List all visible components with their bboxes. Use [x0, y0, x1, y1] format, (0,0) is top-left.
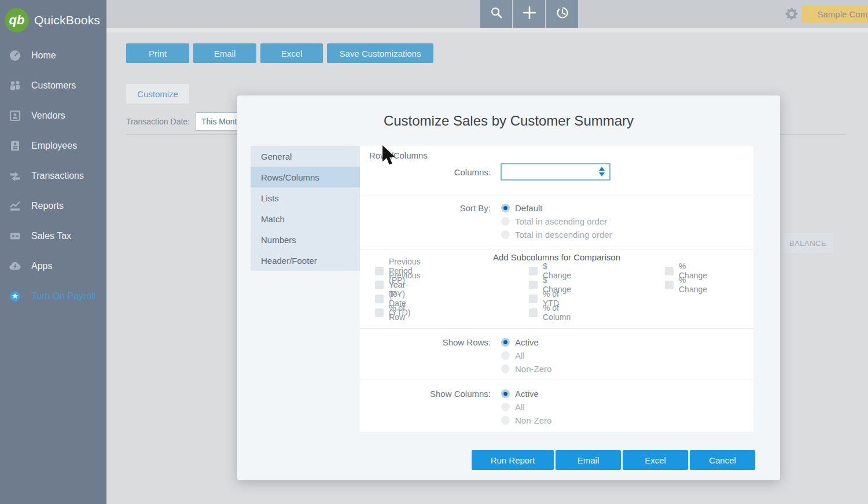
radio-label: All — [515, 402, 525, 412]
search-button[interactable] — [480, 0, 512, 28]
run-report-button[interactable]: Run Report — [472, 450, 554, 470]
panel-divider — [360, 328, 753, 329]
excel-button[interactable]: Excel — [260, 43, 323, 63]
customize-button[interactable]: Customize — [126, 84, 189, 104]
radio-on-icon — [501, 389, 510, 398]
columns-label: Columns: — [360, 167, 491, 177]
modal-footer: Run Report Email Excel Cancel — [472, 450, 755, 470]
radio-sort-descending[interactable]: Total in descending order — [501, 228, 612, 241]
checkbox-percent-of-column[interactable]: % of Column — [529, 306, 571, 319]
radio-on-icon — [501, 204, 510, 212]
radio-off-icon — [501, 230, 510, 239]
sidebar-item-label: Apps — [31, 261, 52, 271]
sidebar-item-home[interactable]: Home — [0, 41, 106, 71]
tab-label: Match — [261, 214, 285, 224]
checkbox-icon — [665, 267, 674, 275]
excel-label: Excel — [281, 49, 303, 58]
checkbox-icon — [665, 281, 674, 289]
checkbox-icon — [375, 295, 384, 303]
sort-by-label: Sort By: — [360, 203, 491, 213]
balance-header-label: BALANCE — [789, 239, 826, 248]
checkbox-icon — [529, 295, 538, 303]
tab-match[interactable]: Match — [251, 208, 361, 229]
show-rows-options: Active All Non-Zero — [501, 336, 551, 376]
modal-excel-button[interactable]: Excel — [623, 450, 688, 470]
checkbox-icon — [375, 281, 384, 289]
tab-label: Rows/Columns — [261, 172, 319, 182]
sidebar-item-apps[interactable]: Apps — [0, 251, 106, 281]
checkbox-icon — [529, 308, 538, 317]
radio-show-columns-all[interactable]: All — [501, 400, 551, 414]
sidebar-item-reports[interactable]: Reports — [0, 191, 106, 221]
radio-label: Active — [515, 337, 539, 347]
save-customizations-button[interactable]: Save Customizations — [327, 43, 433, 63]
print-button[interactable]: Print — [126, 43, 189, 63]
transaction-date-label: Transaction Date: — [126, 117, 190, 126]
sidebar-item-vendors[interactable]: Vendors — [0, 101, 106, 131]
panel-section-header: Rows/Columns — [369, 150, 428, 160]
radio-show-columns-nonzero[interactable]: Non-Zero — [501, 414, 551, 427]
radio-label: Non-Zero — [515, 415, 551, 425]
plus-icon — [522, 5, 537, 23]
modal-title: Customize Sales by Customer Summary — [237, 113, 780, 129]
columns-select[interactable] — [501, 163, 610, 181]
run-report-label: Run Report — [491, 455, 535, 465]
recent-transactions-button[interactable] — [546, 0, 578, 28]
modal-email-button[interactable]: Email — [556, 450, 621, 470]
cancel-button[interactable]: Cancel — [690, 450, 755, 470]
sidebar-item-label: Customers — [31, 80, 76, 91]
tab-lists[interactable]: Lists — [251, 187, 361, 208]
radio-show-columns-active[interactable]: Active — [501, 387, 551, 400]
reports-icon — [8, 199, 22, 213]
show-columns-label: Show Columns: — [360, 389, 491, 399]
sidebar-item-customers[interactable]: Customers — [0, 71, 106, 101]
sidebar-item-label: Employees — [31, 141, 77, 151]
tab-numbers[interactable]: Numbers — [251, 229, 361, 250]
radio-sort-ascending[interactable]: Total in ascending order — [501, 215, 612, 228]
settings-gear-button[interactable] — [784, 6, 800, 22]
vendors-icon — [8, 109, 22, 123]
brand-name: QuickBooks — [34, 13, 100, 27]
checkbox-percent-change-py[interactable]: % Change — [665, 278, 707, 292]
transactions-icon — [8, 169, 22, 183]
tab-label: Header/Footer — [261, 256, 317, 266]
sidebar-item-label: Sales Tax — [31, 231, 71, 241]
radio-show-rows-all[interactable]: All — [501, 349, 551, 362]
create-new-button[interactable] — [513, 0, 545, 28]
recent-transactions-icon — [555, 5, 570, 23]
customers-icon — [8, 79, 22, 93]
checkbox-label: % of Row — [389, 303, 405, 322]
top-bar: Sample Comp — [106, 0, 868, 28]
tab-general[interactable]: General — [251, 146, 361, 167]
radio-label: All — [515, 351, 525, 360]
cancel-label: Cancel — [709, 455, 736, 465]
checkbox-icon — [375, 267, 384, 275]
radio-label: Default — [515, 203, 543, 213]
report-toolbar: Print Email Excel Save Customizations — [126, 43, 433, 63]
radio-label: Active — [515, 389, 539, 399]
home-icon — [8, 49, 22, 62]
checkbox-percent-of-row[interactable]: % of Row — [375, 306, 405, 319]
radio-show-rows-nonzero[interactable]: Non-Zero — [501, 362, 551, 376]
sidebar-item-transactions[interactable]: Transactions — [0, 161, 106, 191]
tab-rows-columns[interactable]: Rows/Columns — [251, 167, 361, 187]
sidebar-item-sales-tax[interactable]: Sales Tax — [0, 221, 106, 251]
rows-columns-panel: Rows/Columns Columns: Sort By: Default T… — [360, 146, 753, 432]
logo-monogram: qb — [9, 13, 25, 28]
radio-on-icon — [501, 338, 510, 347]
tab-header-footer[interactable]: Header/Footer — [251, 250, 361, 271]
radio-show-rows-active[interactable]: Active — [501, 336, 551, 349]
sidebar-item-label: Reports — [31, 201, 64, 211]
balance-column-header: BALANCE — [782, 233, 833, 253]
sidebar-item-employees[interactable]: Employees — [0, 131, 106, 161]
checkbox-icon — [529, 267, 538, 275]
customize-label: Customize — [137, 89, 178, 99]
sidebar-item-label: Home — [31, 50, 56, 61]
radio-sort-default[interactable]: Default — [501, 201, 612, 215]
email-button[interactable]: Email — [193, 43, 256, 63]
tab-label: Lists — [261, 193, 279, 203]
select-spinner-icon — [599, 167, 605, 176]
radio-label: Non-Zero — [515, 364, 551, 374]
company-name-button[interactable]: Sample Comp — [801, 5, 868, 23]
sidebar-item-turn-on-payroll[interactable]: Turn On Payroll — [0, 281, 106, 311]
